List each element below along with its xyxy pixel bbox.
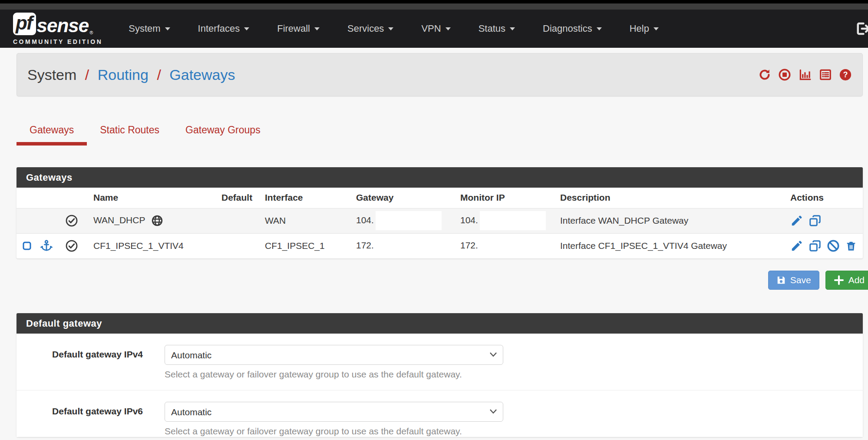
col-gateway: Gateway bbox=[351, 188, 455, 208]
nav-item-label: Services bbox=[347, 23, 384, 34]
drag-handle[interactable] bbox=[40, 240, 53, 250]
row-select-cell bbox=[17, 233, 60, 258]
col-description: Description bbox=[555, 188, 785, 208]
nav-item-services[interactable]: Services bbox=[347, 23, 393, 34]
breadcrumb: System / Routing / Gateways bbox=[27, 66, 235, 83]
edit-gateway-button[interactable] bbox=[790, 215, 806, 225]
logo-registered-mark: ® bbox=[89, 30, 93, 35]
default-gateway-ipv4-row: Default gateway IPv4 Automatic Select a … bbox=[17, 334, 863, 390]
edit-icon bbox=[790, 214, 803, 227]
breadcrumb-link-routing[interactable]: Routing bbox=[98, 66, 149, 83]
nav-item-system[interactable]: System bbox=[129, 23, 170, 34]
nav-item-status[interactable]: Status bbox=[479, 23, 515, 34]
check-circle-icon bbox=[65, 214, 78, 227]
chart-icon bbox=[798, 68, 812, 81]
row-checkbox[interactable] bbox=[22, 240, 35, 250]
breadcrumb-separator: / bbox=[157, 66, 161, 83]
name-cell: CF1_IPSEC_1_VTIV4 bbox=[88, 233, 216, 258]
nav-item-help[interactable]: Help bbox=[630, 23, 659, 34]
breadcrumb-panel: System / Routing / Gateways bbox=[17, 53, 863, 96]
trash-icon bbox=[845, 239, 857, 252]
caret-down-icon bbox=[597, 27, 602, 30]
default-gateway-ipv6-help: Select a gateway or failover gateway gro… bbox=[165, 426, 503, 437]
breadcrumb-current-gateways[interactable]: Gateways bbox=[169, 66, 235, 83]
stop-icon bbox=[778, 68, 791, 81]
gateways-table: Name Default Interface Gateway Monitor I… bbox=[17, 188, 863, 258]
copy-gateway-button[interactable] bbox=[809, 215, 822, 225]
default-gateway-ipv6-select[interactable]: Automatic bbox=[165, 402, 503, 422]
sign-out-button[interactable] bbox=[855, 21, 868, 36]
nav-item-diagnostics[interactable]: Diagnostics bbox=[543, 23, 602, 34]
save-button[interactable]: Save bbox=[768, 271, 819, 290]
logo-sense: sense bbox=[37, 16, 89, 35]
stop-button[interactable] bbox=[778, 68, 791, 81]
add-button-label: Add bbox=[848, 275, 865, 285]
gateways-panel: Gateways Name Default Interface Gateway … bbox=[17, 167, 863, 258]
nav-item-label: Diagnostics bbox=[543, 23, 592, 34]
default-gateway-panel: Default gateway Default gateway IPv4 Aut… bbox=[17, 313, 863, 437]
nav-item-firewall[interactable]: Firewall bbox=[277, 23, 320, 34]
table-row-wan-dhcp: WAN_DHCP WAN 104. 104. Interfac bbox=[17, 208, 863, 233]
disable-gateway-button[interactable] bbox=[827, 240, 842, 250]
monitor-ip: 104. bbox=[460, 215, 478, 225]
nav-item-vpn[interactable]: VPN bbox=[421, 23, 450, 34]
gateway-cell: 172. bbox=[351, 233, 455, 258]
save-button-label: Save bbox=[790, 275, 811, 285]
pfsense-logo[interactable]: pf sense ® COMMUNITY EDITION bbox=[13, 13, 102, 45]
monitoring-button[interactable] bbox=[798, 68, 812, 81]
caret-down-icon bbox=[244, 27, 249, 30]
redaction-box bbox=[376, 236, 442, 255]
copy-gateway-button[interactable] bbox=[809, 240, 824, 250]
caret-down-icon bbox=[165, 27, 170, 30]
default-gateway-ipv4-select[interactable]: Automatic bbox=[165, 345, 503, 365]
gateways-panel-title: Gateways bbox=[17, 167, 863, 188]
default-gateway-ipv6-row: Default gateway IPv6 Automatic Select a … bbox=[17, 390, 863, 437]
monitor-ip: 172. bbox=[460, 240, 478, 250]
save-icon bbox=[776, 275, 786, 285]
redaction-box bbox=[480, 236, 546, 255]
table-buttons-row: Save Add bbox=[17, 271, 863, 290]
checkbox-icon bbox=[22, 241, 32, 251]
gateway-name: WAN_DHCP bbox=[93, 215, 145, 225]
tab-gateway-groups[interactable]: Gateway Groups bbox=[172, 124, 274, 146]
monitor-ip-cell: 104. bbox=[455, 208, 555, 233]
redaction-box bbox=[376, 211, 442, 230]
help-button[interactable]: ? bbox=[839, 68, 852, 81]
edit-gateway-button[interactable] bbox=[790, 240, 806, 250]
tab-gateways[interactable]: Gateways bbox=[17, 124, 87, 146]
delete-gateway-button[interactable] bbox=[845, 240, 857, 250]
gateway-cell: 104. bbox=[351, 208, 455, 233]
browser-chrome-strip bbox=[0, 3, 868, 10]
globe-icon bbox=[151, 215, 163, 227]
nav-item-label: Help bbox=[630, 23, 649, 34]
caret-down-icon bbox=[314, 27, 320, 30]
caret-down-icon bbox=[510, 27, 515, 30]
edit-icon bbox=[790, 239, 803, 252]
refresh-button[interactable] bbox=[758, 68, 771, 81]
default-gateway-ipv4-label: Default gateway IPv4 bbox=[17, 345, 143, 380]
default-gateway-ipv4-help: Select a gateway or failover gateway gro… bbox=[165, 369, 503, 380]
nav-item-label: Interfaces bbox=[198, 23, 240, 34]
name-cell: WAN_DHCP bbox=[88, 208, 216, 233]
status-cell bbox=[60, 208, 88, 233]
default-gateway-ipv6-label: Default gateway IPv6 bbox=[17, 402, 143, 437]
nav-item-interfaces[interactable]: Interfaces bbox=[198, 23, 250, 34]
default-gateway-panel-title: Default gateway bbox=[17, 313, 863, 334]
ban-icon bbox=[827, 239, 840, 252]
monitor-ip-cell: 172. bbox=[455, 233, 555, 258]
default-cell bbox=[216, 208, 260, 233]
add-gateway-button[interactable]: Add bbox=[825, 271, 868, 290]
copy-icon bbox=[809, 214, 822, 227]
sign-out-icon bbox=[855, 21, 868, 36]
breadcrumb-section: System bbox=[27, 66, 76, 83]
list-icon bbox=[819, 68, 832, 81]
table-row-cf1-ipsec: CF1_IPSEC_1_VTIV4 CF1_IPSEC_1 172. 172. … bbox=[17, 233, 863, 258]
main-navbar: pf sense ® COMMUNITY EDITION System Inte… bbox=[0, 10, 868, 48]
log-button[interactable] bbox=[819, 68, 832, 81]
tab-static-routes[interactable]: Static Routes bbox=[87, 124, 172, 146]
description-cell: Interface WAN_DHCP Gateway bbox=[555, 208, 785, 233]
interface-cell: WAN bbox=[260, 208, 351, 233]
caret-down-icon bbox=[446, 27, 451, 30]
actions-cell bbox=[785, 208, 863, 233]
status-cell bbox=[60, 233, 88, 258]
